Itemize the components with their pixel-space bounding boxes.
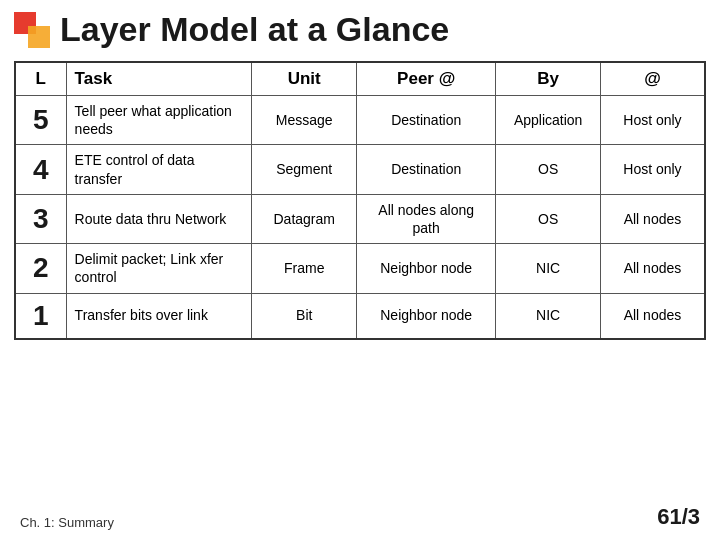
row-3-l: 2 [15,244,66,293]
col-header-l: L [15,62,66,96]
row-3-peer: Neighbor node [356,244,495,293]
row-4-peer: Neighbor node [356,293,495,339]
col-header-task: Task [66,62,252,96]
row-1-task: ETE control of data transfer [66,145,252,194]
row-1-peer: Destination [356,145,495,194]
row-1-at: Host only [600,145,705,194]
row-0-at: Host only [600,96,705,145]
row-4-by: NIC [496,293,601,339]
row-3-task: Delimit packet; Link xfer control [66,244,252,293]
col-header-by: By [496,62,601,96]
row-4-at: All nodes [600,293,705,339]
row-2-peer: All nodes along path [356,194,495,243]
row-2-at: All nodes [600,194,705,243]
row-0-peer: Destination [356,96,495,145]
row-2-task: Route data thru Network [66,194,252,243]
footer-page: 61/3 [657,504,700,530]
footer-label: Ch. 1: Summary [20,515,114,530]
table-row: 2Delimit packet; Link xfer controlFrameN… [15,244,705,293]
row-3-at: All nodes [600,244,705,293]
logo-icon [14,12,50,48]
row-1-by: OS [496,145,601,194]
main-table-container: L Task Unit Peer @ By @ 5Tell peer what … [14,61,706,340]
table-header-row: L Task Unit Peer @ By @ [15,62,705,96]
col-header-peer: Peer @ [356,62,495,96]
row-0-l: 5 [15,96,66,145]
row-2-unit: Datagram [252,194,357,243]
table-row: 3Route data thru NetworkDatagramAll node… [15,194,705,243]
table-row: 4ETE control of data transferSegmentDest… [15,145,705,194]
row-4-task: Transfer bits over link [66,293,252,339]
row-0-unit: Message [252,96,357,145]
row-2-by: OS [496,194,601,243]
row-1-unit: Segment [252,145,357,194]
layer-model-table: L Task Unit Peer @ By @ 5Tell peer what … [14,61,706,340]
table-row: 1Transfer bits over linkBitNeighbor node… [15,293,705,339]
row-3-by: NIC [496,244,601,293]
col-header-unit: Unit [252,62,357,96]
row-0-by: Application [496,96,601,145]
row-2-l: 3 [15,194,66,243]
page-header: Layer Model at a Glance [0,0,720,57]
row-4-l: 1 [15,293,66,339]
svg-rect-1 [28,26,50,48]
row-0-task: Tell peer what application needs [66,96,252,145]
col-header-at: @ [600,62,705,96]
row-4-unit: Bit [252,293,357,339]
page-title: Layer Model at a Glance [60,10,449,49]
row-3-unit: Frame [252,244,357,293]
table-row: 5Tell peer what application needsMessage… [15,96,705,145]
row-1-l: 4 [15,145,66,194]
